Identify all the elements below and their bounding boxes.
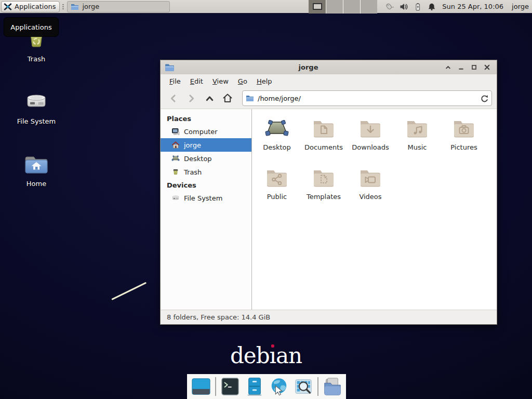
- folder-tile-downloads[interactable]: Downloads: [347, 116, 394, 161]
- hard-drive-icon: [24, 89, 49, 114]
- workspace-2[interactable]: [326, 0, 343, 14]
- window-titlebar[interactable]: jorge: [161, 60, 497, 74]
- reload-icon[interactable]: [480, 94, 488, 103]
- home-icon: [222, 93, 233, 103]
- sidebar-item-trash[interactable]: Trash: [161, 165, 251, 179]
- music-folder-icon: [405, 116, 430, 141]
- file-cabinet-icon: [245, 377, 264, 396]
- shade-button[interactable]: [442, 62, 454, 73]
- back-button[interactable]: [165, 91, 181, 105]
- desktop-icon: [171, 154, 180, 163]
- sidebar: Places Computer jorge Desktop Trash: [161, 109, 252, 310]
- mouse-icon[interactable]: [384, 2, 394, 11]
- panel-handle[interactable]: [61, 2, 65, 11]
- folder-icon: [71, 3, 79, 11]
- dock-separator: [317, 377, 318, 396]
- volume-icon[interactable]: [400, 3, 408, 11]
- hard-drive-icon: [171, 194, 180, 202]
- panel-clock[interactable]: Sun 25 Apr, 10:06: [442, 3, 503, 10]
- directory-menu-button[interactable]: [322, 376, 343, 397]
- up-button[interactable]: [202, 91, 217, 105]
- documents-folder-icon: [311, 116, 336, 141]
- workspace-switcher: [309, 0, 377, 14]
- sidebar-item-desktop[interactable]: Desktop: [161, 152, 251, 165]
- desktop-icon-label: Home: [26, 180, 46, 188]
- web-browser-globe-icon: [269, 377, 289, 396]
- desktop-icon-label: File System: [17, 117, 56, 125]
- sidebar-devices-header: Devices: [161, 179, 251, 191]
- applications-tooltip-text: Applications: [10, 23, 51, 31]
- toolbar: /home/jorge/: [161, 88, 497, 109]
- sidebar-item-jorge[interactable]: jorge: [161, 138, 251, 152]
- show-desktop-button[interactable]: [191, 376, 211, 397]
- distributor-x-logo-icon: [4, 3, 12, 11]
- forward-icon: [187, 94, 196, 103]
- desktop-pad-icon: [264, 116, 289, 141]
- sidebar-item-computer[interactable]: Computer: [161, 125, 251, 138]
- applications-tooltip: Applications: [4, 17, 59, 37]
- taskbar-window-label: jorge: [82, 3, 99, 10]
- desktop-icon-label: Trash: [28, 55, 45, 63]
- path-text[interactable]: /home/jorge/: [258, 95, 476, 102]
- folder-tile-public[interactable]: Public: [254, 166, 300, 210]
- public-folder-icon: [264, 166, 289, 191]
- bell-icon[interactable]: [428, 3, 436, 11]
- folder-tile-documents[interactable]: Documents: [300, 116, 347, 161]
- menu-view[interactable]: View: [208, 77, 233, 85]
- sidebar-places-header: Places: [161, 112, 251, 125]
- app-finder-launcher[interactable]: [293, 376, 314, 397]
- desktop-icon-file-system[interactable]: File System: [8, 89, 65, 125]
- file-manager-window: jorge File Edit View Go Help /home/jorge…: [160, 60, 497, 325]
- terminal-launcher[interactable]: [220, 376, 241, 397]
- downloads-folder-icon: [358, 116, 383, 141]
- battery-icon[interactable]: [414, 3, 422, 11]
- templates-folder-icon: [311, 166, 336, 191]
- maximize-button[interactable]: [468, 62, 480, 73]
- minimize-button[interactable]: [455, 62, 467, 73]
- top-panel: Applications jorge Sun 25 Apr, 10:06 jor…: [0, 0, 532, 14]
- forward-button[interactable]: [183, 91, 199, 105]
- home-icon: [171, 141, 180, 149]
- computer-icon: [171, 127, 180, 136]
- back-icon: [169, 94, 178, 103]
- path-bar[interactable]: /home/jorge/: [242, 90, 492, 106]
- folder-tile-templates[interactable]: Templates: [300, 166, 347, 210]
- menu-help[interactable]: Help: [252, 77, 277, 85]
- desktop-icon-home[interactable]: Home: [8, 152, 65, 188]
- shade-icon: [444, 63, 452, 71]
- menu-go[interactable]: Go: [233, 77, 252, 85]
- close-button[interactable]: [481, 62, 493, 73]
- status-bar: 8 folders, Free space: 14.4 GiB: [161, 310, 497, 324]
- window-title: jorge: [175, 63, 442, 71]
- file-view[interactable]: Desktop Documents Downloads Music Pictur…: [252, 109, 497, 310]
- workspace-1[interactable]: [309, 0, 326, 14]
- maximize-icon: [470, 63, 478, 71]
- folder-tile-videos[interactable]: Videos: [347, 166, 394, 210]
- workspace-3[interactable]: [343, 0, 360, 14]
- applications-menu-button[interactable]: Applications: [1, 1, 60, 12]
- sidebar-item-file-system[interactable]: File System: [161, 191, 251, 205]
- pictures-folder-icon: [451, 116, 476, 141]
- home-button[interactable]: [220, 91, 235, 105]
- desktop: Applications jorge Sun 25 Apr, 10:06 jor…: [0, 0, 532, 399]
- folder-tile-music[interactable]: Music: [394, 116, 441, 161]
- menu-edit[interactable]: Edit: [185, 77, 208, 85]
- workspace-4[interactable]: [360, 0, 377, 14]
- file-manager-launcher[interactable]: [244, 376, 265, 397]
- debian-logo-i: ı: [270, 343, 276, 368]
- panel-user-label[interactable]: jorge: [512, 3, 529, 10]
- folder-tile-desktop[interactable]: Desktop: [254, 116, 300, 161]
- menu-file[interactable]: File: [165, 77, 185, 85]
- menu-bar: File Edit View Go Help: [161, 74, 497, 88]
- taskbar-window-button[interactable]: jorge: [67, 1, 170, 12]
- folder-tile-pictures[interactable]: Pictures: [441, 116, 487, 161]
- terminal-icon: [220, 377, 240, 396]
- web-browser-launcher[interactable]: [269, 376, 289, 397]
- trash-icon: [171, 168, 180, 176]
- minimize-icon: [457, 63, 465, 71]
- app-finder-icon: [294, 377, 313, 396]
- up-icon: [205, 94, 214, 103]
- window-folder-icon: [165, 62, 175, 72]
- debian-logo-dot: [271, 344, 274, 348]
- debian-logo: debıan: [230, 343, 302, 368]
